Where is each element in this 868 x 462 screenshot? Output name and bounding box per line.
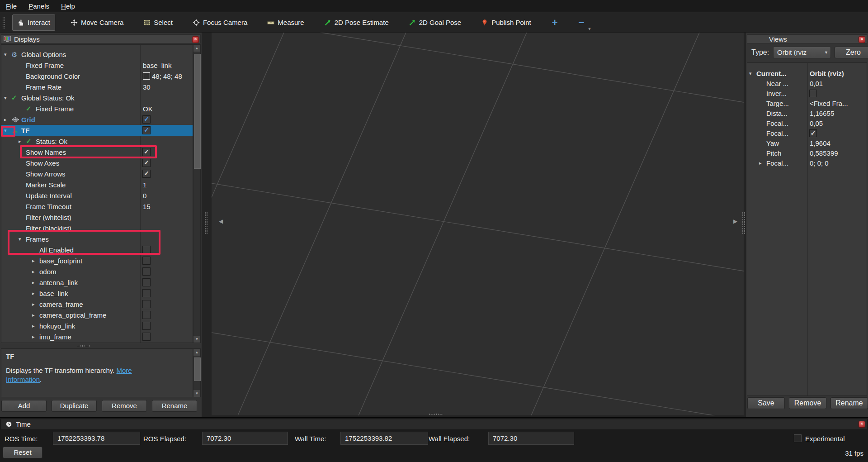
view-property-inver[interactable]: Inver... bbox=[747, 88, 867, 98]
collapse-left-icon[interactable] bbox=[219, 218, 223, 224]
checkbox[interactable] bbox=[142, 159, 151, 167]
tool-publish-point[interactable]: Publish Point bbox=[476, 15, 536, 30]
display-row-background-color[interactable]: Background Color48; 48; 48 bbox=[1, 71, 193, 81]
views-remove-button[interactable]: Remove bbox=[789, 397, 826, 409]
views-rename-button[interactable]: Rename bbox=[830, 397, 868, 409]
zero-button[interactable]: Zero bbox=[835, 47, 868, 58]
add-button[interactable]: Add bbox=[1, 400, 47, 412]
display-row-grid[interactable]: ▸Grid bbox=[1, 114, 193, 125]
remove-tool-button[interactable]: − ▼ bbox=[579, 17, 585, 29]
checkbox[interactable] bbox=[142, 278, 151, 286]
property-value[interactable]: 1 bbox=[143, 181, 192, 189]
view-property-focal[interactable]: ▸Focal...0; 0; 0 bbox=[747, 158, 867, 168]
toolbar-drag-handle[interactable] bbox=[2, 16, 5, 29]
checkbox[interactable] bbox=[142, 115, 151, 124]
display-row-frame-rate[interactable]: Frame Rate30 bbox=[1, 81, 193, 92]
scroll-down-icon[interactable] bbox=[193, 390, 200, 397]
checkbox[interactable] bbox=[142, 322, 151, 330]
display-row-fixed-frame[interactable]: Fixed Framebase_link bbox=[1, 60, 193, 71]
expand-arrow-icon[interactable]: ▸ bbox=[4, 117, 11, 123]
scroll-down-icon[interactable] bbox=[193, 336, 200, 343]
checkbox[interactable] bbox=[142, 170, 151, 178]
remove-button[interactable]: Remove bbox=[102, 400, 147, 412]
display-row-base-footprint[interactable]: ▸base_footprint bbox=[1, 255, 193, 266]
ros-elapsed-value[interactable]: 7072.30 bbox=[202, 432, 288, 445]
display-row-camera-optical-frame[interactable]: ▸camera_optical_frame bbox=[1, 310, 193, 320]
property-value[interactable]: 0 bbox=[143, 192, 192, 200]
tool-2d-goal-pose[interactable]: 2D Goal Pose bbox=[404, 15, 466, 30]
panel-resize-handle[interactable] bbox=[77, 345, 91, 347]
property-value[interactable]: 0,05 bbox=[810, 119, 867, 127]
view-property-near[interactable]: Near ...0,01 bbox=[747, 78, 867, 88]
property-value[interactable]: 30 bbox=[143, 83, 192, 91]
expand-arrow-icon[interactable]: ▸ bbox=[759, 160, 766, 166]
scrollbar-thumb[interactable] bbox=[194, 54, 201, 169]
display-row-update-interval[interactable]: Update Interval0 bbox=[1, 190, 193, 201]
property-value[interactable]: 0,01 bbox=[810, 80, 867, 87]
display-row-frame-timeout[interactable]: Frame Timeout15 bbox=[1, 201, 193, 212]
checkbox[interactable] bbox=[142, 257, 151, 265]
view-property-focal[interactable]: Focal...0,05 bbox=[747, 118, 867, 128]
display-row-global-options[interactable]: ▾⚙Global Options bbox=[1, 49, 193, 60]
collapse-right-icon[interactable] bbox=[733, 218, 737, 224]
display-row-imu-frame[interactable]: ▸imu_frame bbox=[1, 331, 193, 342]
rename-button[interactable]: Rename bbox=[152, 400, 197, 412]
expand-arrow-icon[interactable]: ▸ bbox=[32, 334, 39, 340]
display-row-global-status-ok[interactable]: ▾✓Global Status: Ok bbox=[1, 92, 193, 103]
view-property-focal[interactable]: Focal... bbox=[747, 128, 867, 138]
display-row-show-arrows[interactable]: Show Arrows bbox=[1, 168, 193, 179]
displays-tree-scrollbar[interactable] bbox=[193, 44, 201, 343]
property-value[interactable]: base_link bbox=[143, 62, 192, 69]
ros-time-value[interactable]: 1752253393.78 bbox=[53, 432, 140, 445]
view-type-dropdown[interactable]: Orbit (rviz ▼ bbox=[773, 47, 831, 58]
display-row-tf[interactable]: ▾TF bbox=[1, 125, 193, 136]
close-icon[interactable] bbox=[859, 421, 865, 428]
tool-focus-camera[interactable]: Focus Camera bbox=[188, 15, 252, 30]
property-value[interactable]: Orbit (rviz) bbox=[810, 70, 867, 77]
checkbox[interactable] bbox=[142, 289, 151, 297]
view-property-dista[interactable]: Dista...1,16655 bbox=[747, 108, 867, 118]
property-value[interactable]: 15 bbox=[143, 203, 192, 210]
tool-interact[interactable]: Interact bbox=[12, 14, 55, 31]
view-property-targe[interactable]: Targe...<Fixed Fra... bbox=[747, 98, 867, 108]
view-property-pitch[interactable]: Pitch0,585399 bbox=[747, 148, 867, 158]
menu-file[interactable]: File bbox=[6, 2, 17, 10]
property-value[interactable]: OK bbox=[143, 105, 192, 113]
checkbox[interactable] bbox=[809, 129, 817, 137]
property-value[interactable]: <Fixed Fra... bbox=[810, 100, 867, 107]
expand-arrow-icon[interactable]: ▸ bbox=[32, 280, 39, 286]
display-row-odom[interactable]: ▸odom bbox=[1, 266, 193, 277]
expand-arrow-icon[interactable]: ▸ bbox=[32, 312, 39, 318]
menu-panels[interactable]: Panels bbox=[28, 2, 49, 10]
expand-arrow-icon[interactable]: ▸ bbox=[32, 258, 39, 264]
3d-viewport[interactable] bbox=[212, 33, 744, 415]
property-value[interactable]: 0; 0; 0 bbox=[810, 159, 867, 167]
view-property-yaw[interactable]: Yaw1,9604 bbox=[747, 138, 867, 148]
display-row-filter-whitelist[interactable]: Filter (whitelist) bbox=[1, 212, 193, 223]
menu-help[interactable]: Help bbox=[61, 2, 75, 10]
close-icon[interactable] bbox=[192, 36, 199, 43]
splitter-handle-right[interactable] bbox=[742, 212, 745, 234]
display-row-hokuyo-link[interactable]: ▸hokuyo_link bbox=[1, 320, 193, 331]
scroll-up-icon[interactable] bbox=[193, 349, 200, 356]
display-row-show-axes[interactable]: Show Axes bbox=[1, 157, 193, 168]
views-save-button[interactable]: Save bbox=[747, 397, 785, 409]
display-row-marker-scale[interactable]: Marker Scale1 bbox=[1, 179, 193, 190]
scrollbar-thumb[interactable] bbox=[194, 357, 201, 381]
splitter-handle-left[interactable] bbox=[204, 212, 208, 234]
expand-arrow-icon[interactable]: ▾ bbox=[4, 52, 11, 57]
display-row-antenna-link[interactable]: ▸antenna_link bbox=[1, 277, 193, 288]
checkbox[interactable] bbox=[142, 333, 151, 341]
tool-measure[interactable]: Measure bbox=[263, 15, 308, 30]
view-property-current[interactable]: ▾Current...Orbit (rviz) bbox=[747, 68, 867, 78]
checkbox[interactable] bbox=[809, 90, 817, 97]
expand-arrow-icon[interactable]: ▾ bbox=[4, 95, 11, 101]
checkbox[interactable] bbox=[142, 311, 151, 319]
tool-move-camera[interactable]: Move Camera bbox=[66, 15, 128, 30]
scroll-up-icon[interactable] bbox=[193, 45, 200, 52]
expand-arrow-icon[interactable]: ▸ bbox=[32, 323, 39, 329]
tool-select[interactable]: Select bbox=[139, 15, 177, 30]
close-icon[interactable] bbox=[859, 36, 865, 43]
description-scrollbar[interactable] bbox=[193, 348, 201, 397]
display-row-fixed-frame[interactable]: ✓Fixed FrameOK bbox=[1, 103, 193, 114]
